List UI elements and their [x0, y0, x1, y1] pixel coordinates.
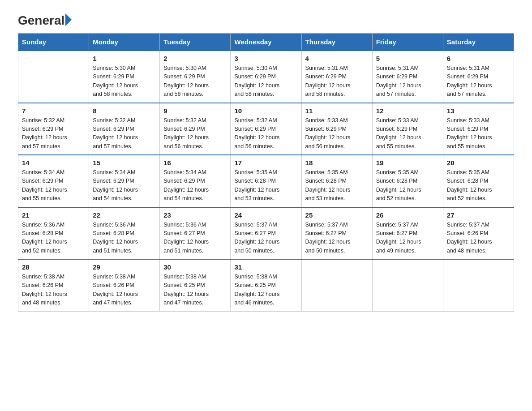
day-info: Sunrise: 5:34 AM Sunset: 6:29 PM Dayligh…	[163, 168, 227, 203]
day-info: Sunrise: 5:37 AM Sunset: 6:27 PM Dayligh…	[376, 221, 439, 256]
day-number: 1	[93, 55, 156, 62]
day-number: 18	[305, 159, 369, 167]
day-number: 21	[22, 211, 85, 219]
calendar-cell: 17Sunrise: 5:35 AM Sunset: 6:28 PM Dayli…	[231, 155, 301, 207]
day-info: Sunrise: 5:31 AM Sunset: 6:29 PM Dayligh…	[305, 64, 369, 99]
day-info: Sunrise: 5:32 AM Sunset: 6:29 PM Dayligh…	[234, 116, 297, 151]
calendar-week-4: 21Sunrise: 5:36 AM Sunset: 6:28 PM Dayli…	[18, 207, 514, 260]
column-header-monday: Monday	[89, 34, 160, 51]
calendar-cell: 18Sunrise: 5:35 AM Sunset: 6:28 PM Dayli…	[301, 155, 372, 207]
day-number: 23	[163, 211, 227, 219]
day-info: Sunrise: 5:30 AM Sunset: 6:29 PM Dayligh…	[234, 64, 297, 99]
day-info: Sunrise: 5:32 AM Sunset: 6:29 PM Dayligh…	[93, 116, 156, 151]
day-number: 20	[447, 159, 510, 167]
day-info: Sunrise: 5:30 AM Sunset: 6:29 PM Dayligh…	[163, 64, 227, 99]
day-number: 14	[22, 159, 85, 167]
day-number: 31	[234, 263, 297, 271]
day-number: 9	[163, 107, 227, 115]
column-header-saturday: Saturday	[443, 34, 514, 51]
day-number: 4	[305, 55, 369, 62]
day-number: 22	[93, 211, 156, 219]
calendar-cell: 20Sunrise: 5:35 AM Sunset: 6:28 PM Dayli…	[443, 155, 514, 207]
day-number: 13	[447, 107, 510, 115]
day-number: 8	[93, 107, 156, 115]
day-info: Sunrise: 5:38 AM Sunset: 6:26 PM Dayligh…	[93, 273, 156, 308]
day-info: Sunrise: 5:32 AM Sunset: 6:29 PM Dayligh…	[22, 116, 85, 151]
day-info: Sunrise: 5:38 AM Sunset: 6:25 PM Dayligh…	[163, 273, 227, 308]
calendar-week-1: 1Sunrise: 5:30 AM Sunset: 6:29 PM Daylig…	[18, 51, 514, 103]
day-info: Sunrise: 5:37 AM Sunset: 6:26 PM Dayligh…	[447, 221, 510, 256]
calendar-cell	[443, 259, 514, 311]
calendar-cell: 13Sunrise: 5:33 AM Sunset: 6:29 PM Dayli…	[443, 103, 514, 155]
day-number: 12	[376, 107, 439, 115]
calendar-cell: 29Sunrise: 5:38 AM Sunset: 6:26 PM Dayli…	[89, 259, 160, 311]
day-number: 24	[234, 211, 297, 219]
calendar-cell: 3Sunrise: 5:30 AM Sunset: 6:29 PM Daylig…	[231, 51, 301, 103]
calendar-cell: 9Sunrise: 5:32 AM Sunset: 6:29 PM Daylig…	[160, 103, 231, 155]
column-header-sunday: Sunday	[18, 34, 89, 51]
calendar-cell: 14Sunrise: 5:34 AM Sunset: 6:29 PM Dayli…	[18, 155, 89, 207]
calendar-cell: 25Sunrise: 5:37 AM Sunset: 6:27 PM Dayli…	[301, 207, 372, 260]
day-number: 10	[234, 107, 297, 115]
calendar-cell: 30Sunrise: 5:38 AM Sunset: 6:25 PM Dayli…	[160, 259, 231, 311]
day-number: 19	[376, 159, 439, 167]
calendar-cell: 15Sunrise: 5:34 AM Sunset: 6:29 PM Dayli…	[89, 155, 160, 207]
day-info: Sunrise: 5:33 AM Sunset: 6:29 PM Dayligh…	[305, 116, 369, 151]
day-number: 6	[447, 55, 510, 62]
day-info: Sunrise: 5:33 AM Sunset: 6:29 PM Dayligh…	[447, 116, 510, 151]
calendar-cell: 16Sunrise: 5:34 AM Sunset: 6:29 PM Dayli…	[160, 155, 231, 207]
day-info: Sunrise: 5:37 AM Sunset: 6:27 PM Dayligh…	[305, 221, 369, 256]
calendar-cell	[301, 259, 372, 311]
calendar-cell: 10Sunrise: 5:32 AM Sunset: 6:29 PM Dayli…	[231, 103, 301, 155]
calendar-week-2: 7Sunrise: 5:32 AM Sunset: 6:29 PM Daylig…	[18, 103, 514, 155]
logo-general-text: General	[18, 13, 64, 28]
calendar-cell: 2Sunrise: 5:30 AM Sunset: 6:29 PM Daylig…	[160, 51, 231, 103]
calendar-cell: 4Sunrise: 5:31 AM Sunset: 6:29 PM Daylig…	[301, 51, 372, 103]
day-info: Sunrise: 5:35 AM Sunset: 6:28 PM Dayligh…	[234, 168, 297, 203]
day-info: Sunrise: 5:31 AM Sunset: 6:29 PM Dayligh…	[447, 64, 510, 99]
logo: General	[18, 13, 72, 24]
day-number: 25	[305, 211, 369, 219]
calendar-cell: 11Sunrise: 5:33 AM Sunset: 6:29 PM Dayli…	[301, 103, 372, 155]
day-info: Sunrise: 5:34 AM Sunset: 6:29 PM Dayligh…	[93, 168, 156, 203]
day-number: 29	[93, 263, 156, 271]
day-info: Sunrise: 5:34 AM Sunset: 6:29 PM Dayligh…	[22, 168, 85, 203]
calendar-cell: 22Sunrise: 5:36 AM Sunset: 6:28 PM Dayli…	[89, 207, 160, 260]
day-number: 16	[163, 159, 227, 167]
calendar-cell: 21Sunrise: 5:36 AM Sunset: 6:28 PM Dayli…	[18, 207, 89, 260]
calendar-cell: 23Sunrise: 5:36 AM Sunset: 6:27 PM Dayli…	[160, 207, 231, 260]
day-info: Sunrise: 5:35 AM Sunset: 6:28 PM Dayligh…	[376, 168, 439, 203]
day-number: 5	[376, 55, 439, 62]
calendar-cell	[18, 51, 89, 103]
calendar-cell: 31Sunrise: 5:38 AM Sunset: 6:25 PM Dayli…	[231, 259, 301, 311]
day-info: Sunrise: 5:35 AM Sunset: 6:28 PM Dayligh…	[305, 168, 369, 203]
calendar-cell: 28Sunrise: 5:38 AM Sunset: 6:26 PM Dayli…	[18, 259, 89, 311]
day-number: 28	[22, 263, 85, 271]
day-number: 17	[234, 159, 297, 167]
column-header-friday: Friday	[372, 34, 443, 51]
calendar-cell	[372, 259, 443, 311]
calendar-cell: 8Sunrise: 5:32 AM Sunset: 6:29 PM Daylig…	[89, 103, 160, 155]
calendar-cell: 19Sunrise: 5:35 AM Sunset: 6:28 PM Dayli…	[372, 155, 443, 207]
calendar-week-3: 14Sunrise: 5:34 AM Sunset: 6:29 PM Dayli…	[18, 155, 514, 207]
day-info: Sunrise: 5:30 AM Sunset: 6:29 PM Dayligh…	[93, 64, 156, 99]
calendar-cell: 12Sunrise: 5:33 AM Sunset: 6:29 PM Dayli…	[372, 103, 443, 155]
day-number: 11	[305, 107, 369, 115]
column-header-wednesday: Wednesday	[231, 34, 301, 51]
day-number: 27	[447, 211, 510, 219]
day-info: Sunrise: 5:36 AM Sunset: 6:28 PM Dayligh…	[22, 221, 85, 256]
day-info: Sunrise: 5:35 AM Sunset: 6:28 PM Dayligh…	[447, 168, 510, 203]
column-header-tuesday: Tuesday	[160, 34, 231, 51]
day-number: 3	[234, 55, 297, 62]
logo-triangle-icon	[65, 13, 72, 26]
page-header: General	[18, 13, 514, 24]
day-info: Sunrise: 5:37 AM Sunset: 6:27 PM Dayligh…	[234, 221, 297, 256]
calendar-cell: 6Sunrise: 5:31 AM Sunset: 6:29 PM Daylig…	[443, 51, 514, 103]
calendar-week-5: 28Sunrise: 5:38 AM Sunset: 6:26 PM Dayli…	[18, 259, 514, 311]
day-number: 7	[22, 107, 85, 115]
calendar-table: SundayMondayTuesdayWednesdayThursdayFrid…	[18, 33, 514, 312]
calendar-cell: 26Sunrise: 5:37 AM Sunset: 6:27 PM Dayli…	[372, 207, 443, 260]
calendar-cell: 7Sunrise: 5:32 AM Sunset: 6:29 PM Daylig…	[18, 103, 89, 155]
day-info: Sunrise: 5:31 AM Sunset: 6:29 PM Dayligh…	[376, 64, 439, 99]
day-info: Sunrise: 5:32 AM Sunset: 6:29 PM Dayligh…	[163, 116, 227, 151]
